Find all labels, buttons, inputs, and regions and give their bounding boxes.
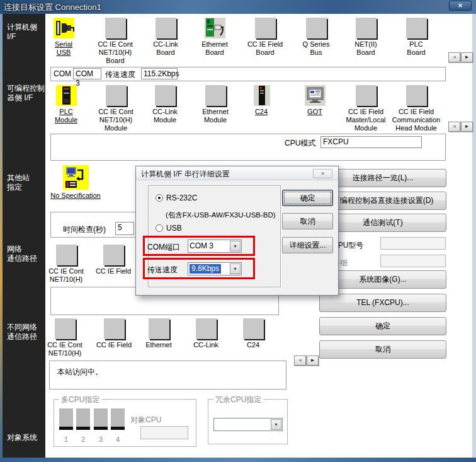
redundant-cpu-group: 冗余CPU指定 ▼ xyxy=(208,399,288,444)
board-icon xyxy=(56,245,77,265)
plcif-cclink-module[interactable]: CC-Link Module xyxy=(140,85,190,124)
com-port-label: COM端口 xyxy=(147,242,180,253)
plcif-got[interactable]: GOT xyxy=(290,85,340,116)
scroll-right-icon[interactable]: ► xyxy=(461,52,473,62)
cpu-slot-1[interactable] xyxy=(59,408,73,430)
baud-rate-combo[interactable]: 9.6Kbps ▼ xyxy=(188,262,242,275)
dialog-ok-button[interactable]: 确定 xyxy=(282,190,333,206)
cpu-slot-3[interactable] xyxy=(94,408,108,430)
icon-label: CC-Link Board xyxy=(140,40,191,57)
cpu-slot-number: 1 xyxy=(59,436,73,443)
connection-setup-window: 连接目标设置 Connection1 ✕ 计算机侧 I/F 可编程控制 器侧 I… xyxy=(0,0,476,462)
icon-label: PLC Module xyxy=(41,108,91,124)
pcif-ccie-field-board[interactable]: CC IE Field Board xyxy=(240,18,290,57)
sidebar: 计算机侧 I/F 可编程控制 器侧 I/F 其他站 指定 网络 通信路径 不同网… xyxy=(3,14,45,458)
netroute-ccie-field[interactable]: CC IE Field xyxy=(88,245,139,275)
chevron-down-icon[interactable]: ▼ xyxy=(230,241,241,251)
baud-rate-value: 9.6Kbps xyxy=(190,264,221,274)
board-icon xyxy=(105,18,126,38)
tel-button[interactable]: TEL (FXCPU)... xyxy=(319,294,446,312)
board-icon xyxy=(156,18,176,38)
pcif-q-series-bus[interactable]: Q Series Bus xyxy=(291,18,341,57)
sidebar-item-plc-if: 可编程控制 器侧 I/F xyxy=(7,84,45,103)
scroll-right-icon[interactable]: ► xyxy=(461,122,473,132)
icon-label: CC-Link Module xyxy=(140,108,190,124)
plcif-plc-module[interactable]: PLC Module xyxy=(41,85,91,124)
icon-label: NET(II) Board xyxy=(341,40,391,57)
window-close-icon[interactable]: ✕ xyxy=(449,1,472,11)
module-icon xyxy=(106,85,127,106)
conet-c24[interactable]: C24 xyxy=(228,318,278,349)
redundant-cpu-combo: ▼ xyxy=(213,418,283,431)
cpu-mode-field[interactable]: FXCPU xyxy=(320,136,422,148)
pcif-net2-board[interactable]: NET(II) Board xyxy=(341,18,391,57)
serial-detail-dialog: 计算机侧 I/F 串行详细设置 ✕ RS-232C (包含FX-USB-AW/F… xyxy=(135,166,339,296)
pcif-plc-board[interactable]: PLC Board xyxy=(391,18,441,57)
dialog-cancel-button[interactable]: 取消 xyxy=(282,213,333,229)
target-cpu-label: 对象CPU xyxy=(130,415,161,425)
target-cpu-field xyxy=(140,426,188,439)
other-station-no-spec[interactable]: No Specification xyxy=(42,165,109,200)
baud-rate-label: 传送速度 xyxy=(147,265,178,275)
icon-label: C24 xyxy=(236,108,286,116)
icon-label: Ethernet Module xyxy=(190,108,241,124)
netroute-ccie-cont[interactable]: CC IE Cont NET/10(H) xyxy=(41,245,91,284)
conet-ethernet[interactable]: Ethernet xyxy=(133,318,184,349)
detail-field xyxy=(380,255,446,267)
status-text: 本站访问中。 xyxy=(57,367,103,378)
plcif-c24[interactable]: C24 xyxy=(236,85,286,116)
usb-radio[interactable] xyxy=(156,224,163,232)
conet-cclink[interactable]: CC-Link xyxy=(181,318,231,349)
dialog-title-bar: 计算机侧 I/F 串行详细设置 xyxy=(136,166,338,180)
board-icon xyxy=(356,18,377,38)
cpu-slot-4[interactable] xyxy=(111,408,125,430)
cpu-model-field xyxy=(380,237,446,250)
pcif-ethernet-board[interactable]: Ethernet Board xyxy=(190,18,240,57)
redundant-cpu-title: 冗余CPU指定 xyxy=(213,395,263,405)
scroll-left-icon[interactable]: ◄ xyxy=(448,122,460,132)
conet-ccie-cont[interactable]: CC IE Cont NET/10(H) xyxy=(40,318,90,357)
rs232c-radio[interactable] xyxy=(156,194,163,202)
icon-label: CC IE Field xyxy=(89,341,139,349)
pcif-serial-usb[interactable]: Serial USB xyxy=(38,18,89,57)
module-icon xyxy=(406,85,427,106)
chevron-down-icon[interactable]: ▼ xyxy=(230,263,241,274)
cancel-button[interactable]: 取消 xyxy=(319,340,446,359)
status-box: 本站访问中。 xyxy=(49,361,286,390)
module-icon xyxy=(356,85,377,106)
rs232c-label: RS-232C xyxy=(166,193,197,202)
plcif-ccie-cont-module[interactable]: CC IE Cont NET/10(H) Module xyxy=(91,85,141,132)
module-icon xyxy=(205,85,226,106)
no-specification-icon xyxy=(63,165,89,190)
com-port-combo[interactable]: COM 3 ▼ xyxy=(188,240,242,253)
ok-button[interactable]: 确定 xyxy=(319,317,446,335)
serial-usb-icon xyxy=(54,18,74,38)
usb-label: USB xyxy=(166,224,182,233)
pcif-ccie-cont-board[interactable]: CC IE Cont NET/10(H) Board xyxy=(90,18,140,65)
pcif-cclink-board[interactable]: CC-Link Board xyxy=(140,18,191,57)
dialog-detail-setting-button[interactable]: 详细设置... xyxy=(282,237,333,253)
cpu-slot-2[interactable] xyxy=(76,408,90,430)
icon-label: CC IE Cont NET/10(H) Module xyxy=(91,108,141,132)
board-icon xyxy=(306,18,327,38)
conet-ccie-field[interactable]: CC IE Field xyxy=(89,318,139,349)
scroll-left-icon[interactable]: ◄ xyxy=(294,355,306,366)
scroll-right-icon[interactable]: ► xyxy=(307,355,319,366)
plcif-ccie-field-head[interactable]: CC IE Field Communication Head Module xyxy=(386,85,446,132)
speed-label: 传送速度 xyxy=(105,69,135,80)
chevron-down-icon: ▼ xyxy=(271,419,281,430)
sidebar-item-co-network: 不同网络 通信路径 xyxy=(7,323,37,342)
board-icon xyxy=(406,18,427,38)
board-icon xyxy=(196,318,217,339)
board-icon xyxy=(243,318,264,339)
time-check-label: 时间检查(秒) xyxy=(63,224,106,235)
plcif-ethernet-module[interactable]: Ethernet Module xyxy=(190,85,241,124)
icon-label: Ethernet Board xyxy=(190,40,240,57)
speed-value-field[interactable]: 115.2Kbps xyxy=(141,68,178,79)
scroll-left-icon[interactable]: ◄ xyxy=(448,52,460,62)
title-bar: 连接目标设置 Connection1 xyxy=(0,0,476,14)
dialog-close-icon[interactable]: ✕ xyxy=(313,169,332,178)
time-check-field[interactable]: 5 xyxy=(115,222,134,235)
com-value-field[interactable]: COM 3 xyxy=(73,68,101,79)
board-icon xyxy=(149,318,169,339)
